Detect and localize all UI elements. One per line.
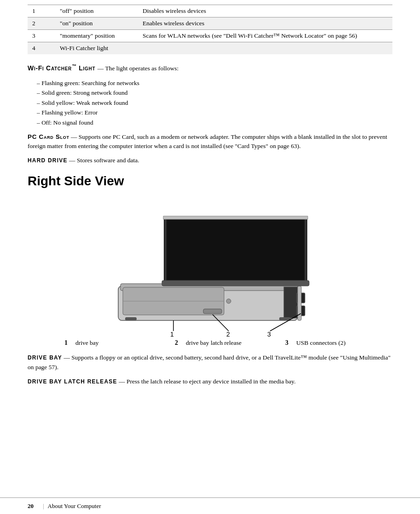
wifi-bullet: – Solid green: Strong network found — [37, 88, 392, 98]
wifi-bullet: – Flashing yellow: Error — [37, 108, 392, 118]
footer-page: 20 — [28, 503, 34, 510]
svg-rect-9 — [125, 317, 137, 320]
table-cell-label: Wi-Fi Catcher light — [55, 42, 392, 55]
footer-title: About Your Computer — [48, 503, 101, 510]
hard-drive-label: Hard Drive — [28, 157, 68, 164]
table-cell-num: 4 — [28, 42, 55, 55]
svg-marker-13 — [167, 219, 305, 281]
table-cell-num: 2 — [28, 17, 55, 30]
wifi-tm: ™ — [72, 63, 77, 69]
legend-item: 3USB connectors (2) — [285, 339, 396, 347]
legend-item: 2drive bay latch release — [175, 339, 285, 347]
drive-bay-latch-section: Drive Bay Latch Release — Press the latc… — [28, 377, 392, 387]
wifi-heading-text: Wi-Fi Catcher — [28, 64, 72, 72]
laptop-lid — [162, 216, 309, 286]
wifi-intro: — The light operates as follows: — [98, 65, 178, 72]
wifi-bullet: – Solid yellow: Weak network found — [37, 98, 392, 108]
legend-text: drive bay — [75, 339, 99, 347]
svg-rect-14 — [162, 280, 309, 286]
wifi-bullet: – Flashing green: Searching for networks — [37, 78, 392, 88]
legend-num: 2 — [175, 339, 183, 347]
table-cell-desc: Disables wireless devices — [138, 5, 392, 17]
drive-bay-text: Supports a floppy or an optical drive, s… — [28, 354, 391, 371]
hard-drive-text: Stores software and data. — [77, 157, 139, 164]
table-cell-label: "off" position — [55, 5, 138, 17]
right-side-heading: Right Side View — [28, 174, 392, 188]
drive-bay-label: Drive Bay — [28, 354, 62, 361]
drive-bay-latch-dash: — — [117, 378, 127, 385]
laptop-illustration: 1 2 3 — [28, 199, 392, 337]
legend-num: 1 — [64, 339, 73, 347]
table-cell-num: 1 — [28, 5, 55, 17]
svg-point-8 — [226, 299, 231, 303]
wifi-heading2: Light — [77, 64, 96, 72]
laptop-svg: 1 2 3 — [72, 212, 348, 337]
footer-separator: | — [43, 503, 44, 510]
hard-drive-section: Hard Drive — Stores software and data. — [28, 156, 392, 166]
drive-bay-latch-text: Press the latch release to eject any dev… — [127, 378, 296, 385]
wifi-bullet: – Off: No signal found — [37, 118, 392, 128]
wifi-heading: Wi-Fi Catcher™ Light — [28, 64, 98, 72]
table-cell-label: "momentary" position — [55, 30, 138, 42]
wifi-section: Wi-Fi Catcher™ Light — The light operate… — [28, 63, 392, 74]
table-cell-label: "on" position — [55, 17, 138, 30]
legend-item: 1drive bay — [64, 339, 175, 347]
pc-card-dash: — — [69, 133, 79, 140]
drive-bay-dash: — — [62, 354, 71, 361]
callout-2: 2 — [226, 331, 230, 337]
svg-marker-15 — [163, 216, 308, 219]
legend-row: 1drive bay2drive bay latch release3USB c… — [64, 339, 392, 347]
drive-bay-section: Drive Bay — Supports a floppy or an opti… — [28, 353, 392, 372]
page-content: 1"off" positionDisables wireless devices… — [0, 0, 420, 419]
callout-1: 1 — [170, 331, 174, 337]
drive-bay-latch-label: Drive Bay Latch Release — [28, 378, 117, 385]
hard-drive-dash: — — [68, 157, 77, 164]
legend-text: USB connectors (2) — [296, 339, 345, 347]
legend-num: 3 — [285, 339, 293, 347]
pc-card-section: PC Card Slot — Supports one PC Card, suc… — [28, 132, 392, 152]
footer: 20 | About Your Computer — [0, 497, 420, 514]
table-cell-num: 3 — [28, 30, 55, 42]
svg-rect-2 — [284, 287, 298, 318]
wifi-bullets: – Flashing green: Searching for networks… — [37, 78, 392, 128]
pc-card-text: Supports one PC Card, such as a modem or… — [28, 133, 387, 150]
legend-text: drive bay latch release — [186, 339, 242, 347]
svg-rect-7 — [203, 309, 222, 314]
callout-3: 3 — [267, 331, 271, 337]
pc-card-label: PC Card Slot — [28, 133, 69, 140]
table-cell-desc: Scans for WLAN networks (see "Dell Wi-Fi… — [138, 30, 392, 42]
laptop-body — [118, 284, 305, 320]
feature-table: 1"off" positionDisables wireless devices… — [28, 5, 392, 54]
table-cell-desc: Enables wireless devices — [138, 17, 392, 30]
